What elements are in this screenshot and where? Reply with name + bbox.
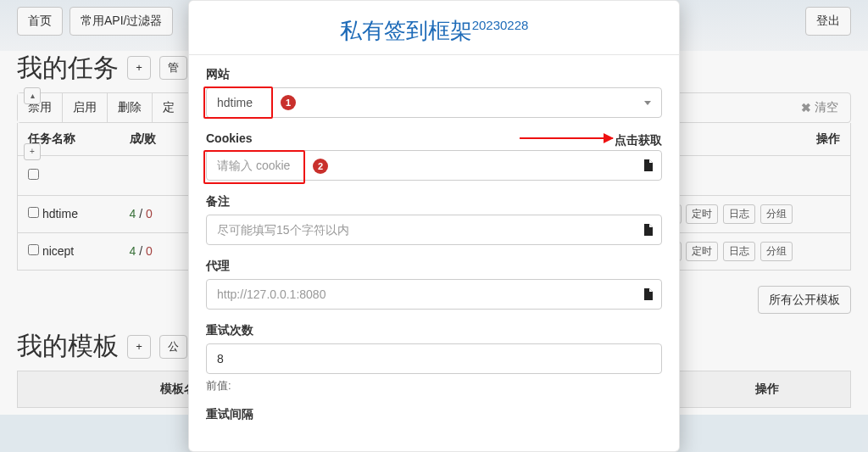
field-interval: 重试间隔 [206, 407, 662, 422]
field-proxy: 代理 [206, 259, 662, 310]
cookies-input[interactable] [206, 150, 662, 181]
field-note: 备注 [206, 194, 662, 245]
task-modal: 私有签到框架20230228 网站 hdtime 1 Cookies 点击获取 [188, 0, 680, 452]
proxy-label: 代理 [206, 259, 662, 274]
chevron-down-icon [644, 101, 651, 105]
site-value: hdtime [217, 96, 253, 109]
file-icon[interactable] [643, 224, 654, 236]
field-site: 网站 hdtime 1 [206, 67, 662, 118]
retry-label: 重试次数 [206, 323, 662, 338]
proxy-input[interactable] [206, 279, 662, 310]
note-label: 备注 [206, 194, 662, 209]
modal-header: 私有签到框架20230228 [189, 1, 679, 55]
note-input[interactable] [206, 215, 662, 245]
interval-label: 重试间隔 [206, 407, 662, 422]
cookies-get-link[interactable]: 点击获取 [615, 133, 662, 148]
site-select[interactable]: hdtime [206, 87, 662, 118]
field-cookies: Cookies 点击获取 2 [206, 131, 662, 181]
site-label: 网站 [206, 67, 662, 82]
modal-title: 私有签到框架20230228 [206, 16, 662, 46]
modal-body: 网站 hdtime 1 Cookies 点击获取 2 [189, 55, 679, 451]
field-retry: 重试次数 前值: [206, 323, 662, 393]
cookies-label: Cookies [206, 131, 252, 145]
retry-input[interactable] [206, 343, 662, 374]
retry-prev: 前值: [206, 378, 662, 393]
file-icon[interactable] [643, 159, 654, 171]
file-icon[interactable] [643, 288, 654, 300]
